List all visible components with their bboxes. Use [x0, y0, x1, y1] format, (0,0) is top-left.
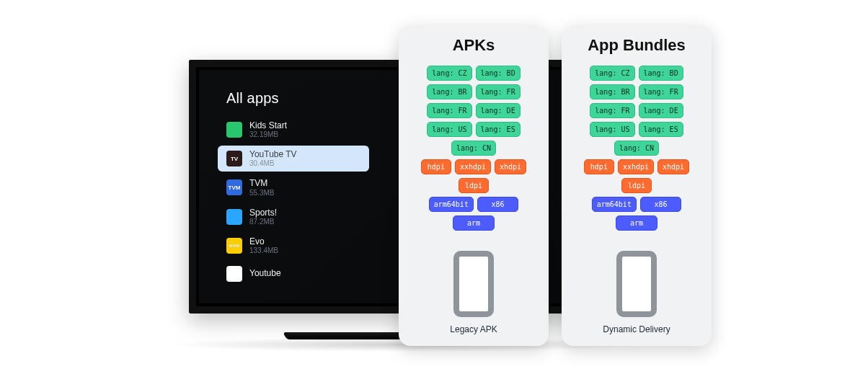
app-icon — [226, 209, 242, 225]
app-name: Youtube — [249, 269, 281, 278]
arch-chip-row: arm64bitx86arm — [570, 197, 703, 231]
app-icon: TV — [226, 151, 242, 166]
lang-chip: lang: DE — [476, 103, 521, 118]
diagram-stage: All apps Kids Start32.19MBTVYouTube TV30… — [0, 0, 868, 369]
app-name: Kids Start — [249, 121, 287, 130]
app-row[interactable]: Kids Start32.19MB — [218, 117, 369, 143]
app-icon: TVM — [226, 179, 242, 195]
dpi-chip: hdpi — [584, 159, 614, 174]
dpi-chip-row: hdpixxhdpixhdpildpi — [407, 159, 540, 193]
app-row[interactable]: TVMTVM55.3MB — [218, 174, 369, 200]
card-title: App Bundles — [588, 36, 686, 55]
card-caption: Dynamic Delivery — [603, 324, 670, 334]
app-meta: Sports!87.2MB — [249, 208, 277, 226]
phone-icon — [453, 251, 494, 317]
app-size: 32.19MB — [249, 130, 287, 138]
cards-row: APKslang: CZlang: BDlang: BRlang: FRlang… — [399, 26, 712, 346]
app-name: YouTube TV — [249, 150, 297, 159]
card-app-bundles: App Bundleslang: CZlang: BDlang: BRlang:… — [562, 26, 712, 346]
app-row[interactable]: Youtube — [218, 262, 369, 286]
app-meta: TVM55.3MB — [249, 179, 274, 196]
arch-chip: x86 — [640, 197, 681, 212]
lang-chip: lang: BD — [476, 66, 521, 81]
lang-chip: lang: CN — [451, 141, 496, 156]
dpi-chip: ldpi — [621, 178, 652, 193]
dpi-chip: xxhdpi — [618, 159, 654, 174]
lang-chip: lang: FR — [639, 84, 683, 99]
arch-chip-row: arm64bitx86arm — [407, 197, 540, 231]
lang-chip: lang: US — [590, 122, 634, 137]
lang-chip: lang: BD — [639, 66, 683, 81]
card-apks: APKslang: CZlang: BDlang: BRlang: FRlang… — [399, 26, 549, 346]
arch-chip: arm — [453, 215, 494, 231]
dpi-chip: xhdpi — [495, 159, 526, 174]
lang-chip: lang: DE — [639, 103, 683, 118]
lang-chip: lang: US — [427, 122, 471, 137]
app-size: 30.4MB — [249, 159, 297, 167]
app-size: 133.4MB — [249, 246, 278, 254]
arch-chip: arm64bit — [592, 197, 637, 212]
app-meta: Kids Start32.19MB — [249, 121, 287, 138]
app-icon — [226, 122, 242, 138]
lang-chip: lang: ES — [639, 122, 683, 137]
app-row[interactable]: Sports!87.2MB — [218, 204, 369, 230]
app-size: 87.2MB — [249, 218, 277, 226]
app-icon — [226, 266, 242, 282]
card-title: APKs — [453, 36, 495, 55]
app-name: TVM — [249, 179, 274, 188]
lang-chip-row: lang: CZlang: BDlang: BRlang: FRlang: FR… — [570, 66, 703, 156]
app-name: Sports! — [249, 208, 277, 218]
app-row[interactable]: evoEvo133.4MB — [218, 233, 369, 259]
lang-chip: lang: FR — [427, 103, 471, 118]
lang-chip: lang: FR — [476, 84, 521, 99]
arch-chip: x86 — [477, 197, 518, 212]
arch-chip: arm64bit — [429, 197, 474, 212]
app-meta: YouTube TV30.4MB — [249, 150, 297, 167]
dpi-chip: hdpi — [421, 159, 451, 174]
dpi-chip: xhdpi — [657, 159, 689, 174]
lang-chip: lang: CZ — [427, 66, 471, 81]
dpi-chip: xxhdpi — [455, 159, 491, 174]
lang-chip: lang: CN — [614, 141, 659, 156]
app-row[interactable]: TVYouTube TV30.4MB — [218, 146, 369, 172]
app-icon: evo — [226, 238, 242, 254]
app-meta: Evo133.4MB — [249, 237, 278, 254]
app-size: 55.3MB — [249, 189, 274, 197]
dpi-chip-row: hdpixxhdpixhdpildpi — [570, 159, 703, 193]
lang-chip: lang: ES — [476, 122, 521, 137]
app-name: Evo — [249, 237, 278, 246]
card-caption: Legacy APK — [450, 324, 497, 334]
lang-chip-row: lang: CZlang: BDlang: BRlang: FRlang: FR… — [407, 66, 540, 156]
lang-chip: lang: BR — [590, 84, 634, 99]
lang-chip: lang: FR — [590, 103, 634, 118]
lang-chip: lang: BR — [427, 84, 471, 99]
arch-chip: arm — [616, 215, 657, 231]
phone-icon — [616, 251, 657, 317]
app-meta: Youtube — [249, 269, 281, 278]
dpi-chip: ldpi — [459, 178, 489, 193]
lang-chip: lang: CZ — [590, 66, 634, 81]
